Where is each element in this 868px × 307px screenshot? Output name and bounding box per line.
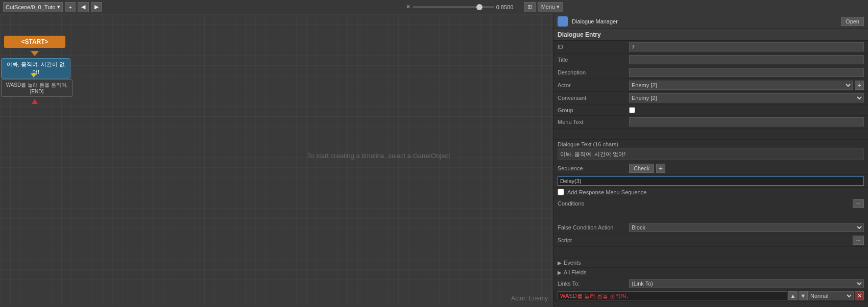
slider-container: ✕ 0.8500 ⊞ Menu ▾	[104, 2, 865, 12]
menu-btn[interactable]: Menu ▾	[538, 2, 564, 12]
script-empty-row	[553, 247, 868, 258]
add-response-checkbox[interactable]	[558, 189, 564, 195]
all-fields-row[interactable]: ▶ All Fields	[553, 268, 868, 277]
slider-value: 0.8500	[496, 4, 522, 10]
section-title: Dialogue Entry	[553, 29, 868, 41]
slider-x-icon[interactable]: ✕	[406, 4, 411, 10]
node-end-text: WASD를 눌러 몸을 움직여. [END]	[6, 82, 68, 94]
id-label: ID	[558, 44, 629, 50]
sequence-add-btn[interactable]: +	[656, 164, 665, 173]
conversant-select[interactable]: Enemy [2]	[629, 93, 864, 103]
normal-select[interactable]: Normal	[808, 291, 854, 300]
right-panel: Dialogue Manager Open Dialogue Entry ID …	[553, 14, 868, 307]
timeline-hint: To start creating a timeline, select a G…	[204, 152, 553, 160]
links-to-row: Links To: (Link To)	[553, 277, 868, 290]
false-condition-row: False Condition Action Block	[553, 221, 868, 234]
sequence-input-row	[553, 175, 868, 188]
nav-back-btn[interactable]: ◀	[78, 2, 89, 12]
rp-header: Dialogue Manager Open	[553, 14, 868, 29]
check-button[interactable]: Check	[629, 164, 654, 173]
nav-forward-btn[interactable]: ▶	[91, 2, 102, 12]
conditions-empty-row	[553, 210, 868, 221]
script-dots-btn[interactable]: ···	[853, 236, 864, 245]
events-row[interactable]: ▶ Events	[553, 258, 868, 268]
description-row: Description	[553, 66, 868, 79]
menu-text-row: Menu Text	[553, 116, 868, 129]
grid-icon-btn[interactable]: ⊞	[524, 2, 536, 12]
link-down-btn[interactable]: ▼	[799, 291, 808, 300]
link-up-btn[interactable]: ▲	[788, 291, 798, 300]
node-end[interactable]: WASD를 눌러 몸을 움직여. [END]	[1, 79, 73, 97]
group-label: Group	[558, 107, 629, 113]
group-checkbox[interactable]	[629, 107, 635, 113]
add-response-row: Add Response Menu Sequence	[553, 188, 868, 197]
link-text-row: ▲ ▼ Normal ✕	[553, 290, 868, 302]
actor-row: Actor Enemy [2] +	[553, 79, 868, 92]
actor-select[interactable]: Enemy [2]	[629, 81, 853, 90]
node-dialogue-text: 이봐, 움직여. 시간이 없어!	[7, 61, 65, 75]
dialogue-text-section: Dialogue Text (16 chars) 이봐, 움직여. 시간이 없어…	[553, 140, 868, 162]
add-response-label: Add Response Menu Sequence	[567, 189, 646, 195]
group-row: Group	[553, 105, 868, 116]
dialogue-text-content[interactable]: 이봐, 움직여. 시간이 없어!	[558, 148, 864, 160]
node-start[interactable]: <START>	[4, 36, 65, 48]
arrow-start-to-dialogue	[31, 51, 39, 56]
id-row: ID	[553, 41, 868, 54]
canvas-panel[interactable]: <START> 이봐, 움직여. 시간이 없어! WASD를 눌러 몸을 움직여…	[0, 14, 553, 307]
sequence-input[interactable]	[558, 176, 864, 186]
rp-header-title: Dialogue Manager	[572, 18, 837, 24]
actor-label: Actor: Enemy	[511, 295, 548, 302]
main-layout: <START> 이봐, 움직여. 시간이 없어! WASD를 눌러 몸을 움직여…	[0, 14, 868, 307]
conditions-label: Conditions	[558, 200, 629, 207]
conversant-label: Conversant	[558, 95, 629, 101]
zoom-slider[interactable]	[413, 6, 494, 8]
title-label: Title	[558, 57, 629, 63]
description-input[interactable]	[629, 68, 864, 77]
links-to-select[interactable]: (Link To)	[629, 279, 864, 288]
actor-add-btn[interactable]: +	[855, 81, 864, 90]
menu-text-label: Menu Text	[558, 119, 629, 125]
menu-text-empty-row	[553, 129, 868, 140]
false-condition-label: False Condition Action	[558, 224, 629, 231]
description-label: Description	[558, 69, 629, 75]
open-button[interactable]: Open	[841, 17, 864, 26]
sequence-row: Sequence Check +	[553, 162, 868, 175]
dialogue-manager-icon	[558, 16, 568, 27]
all-fields-label: All Fields	[564, 269, 587, 275]
conversant-row: Conversant Enemy [2]	[553, 92, 868, 105]
node-start-label: <START>	[21, 38, 48, 45]
add-btn[interactable]: +	[65, 2, 75, 12]
dialogue-text-label: Dialogue Text (16 chars)	[558, 141, 864, 147]
actor-field-label: Actor	[558, 82, 629, 88]
scene-dropdown-label: CutScene/0_0_Tuto	[6, 4, 55, 10]
false-condition-select[interactable]: Block	[629, 223, 864, 232]
link-close-btn[interactable]: ✕	[855, 291, 864, 300]
sequence-label: Sequence	[558, 165, 629, 171]
title-row: Title	[553, 54, 868, 66]
links-to-label: Links To:	[558, 280, 629, 287]
dropdown-arrow-icon: ▾	[57, 4, 60, 10]
link-text-input[interactable]	[558, 291, 787, 300]
top-bar: CutScene/0_0_Tuto ▾ + ◀ ▶ ✕ 0.8500 ⊞ Men…	[0, 0, 868, 14]
id-input[interactable]	[629, 42, 864, 52]
scene-dropdown[interactable]: CutScene/0_0_Tuto ▾	[3, 2, 63, 12]
conditions-dots-btn[interactable]: ···	[853, 199, 864, 208]
menu-text-input[interactable]	[629, 117, 864, 126]
events-arrow-icon: ▶	[558, 260, 562, 266]
arrow-dialogue-to-end	[31, 73, 37, 78]
all-fields-arrow-icon: ▶	[558, 270, 562, 275]
script-label: Script	[558, 237, 629, 243]
title-input[interactable]	[629, 55, 864, 64]
red-triangle-icon	[32, 99, 38, 104]
conditions-row: Conditions ···	[553, 197, 868, 210]
events-label: Events	[564, 260, 581, 266]
script-row: Script ···	[553, 234, 868, 247]
